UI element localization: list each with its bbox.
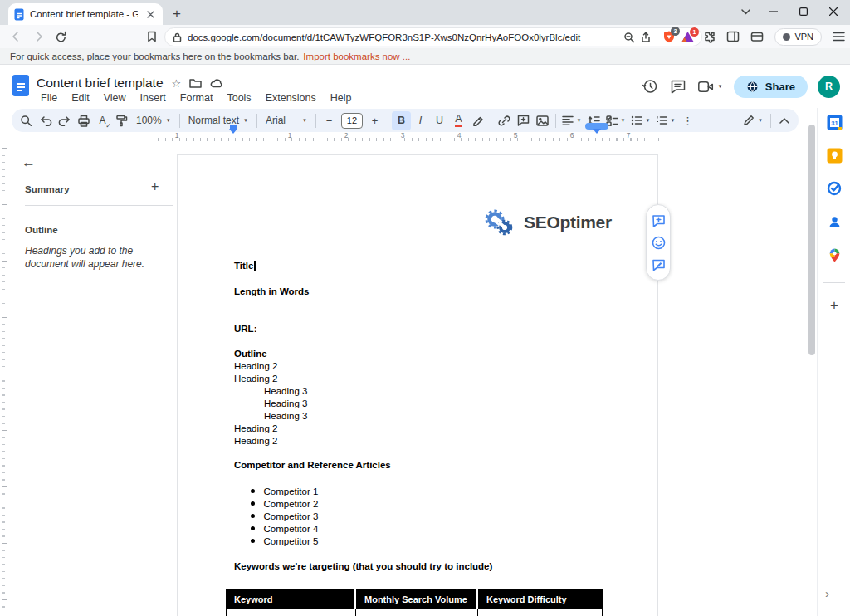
- redo-icon[interactable]: [55, 111, 74, 130]
- numbered-list-icon[interactable]: ▼: [653, 111, 678, 130]
- document-page[interactable]: SEOptimer Title Length in Words URL: Out…: [177, 154, 658, 616]
- site-lock-icon[interactable]: [172, 32, 183, 43]
- video-call-dropdown-icon[interactable]: ▼: [717, 84, 722, 89]
- table-cell[interactable]: [478, 609, 603, 616]
- menu-tools[interactable]: Tools: [221, 91, 256, 105]
- star-icon[interactable]: ☆: [172, 77, 182, 90]
- share-button[interactable]: Share: [734, 76, 808, 98]
- menu-edit[interactable]: Edit: [66, 91, 95, 105]
- close-outline-icon[interactable]: ←: [22, 154, 36, 171]
- table-cell[interactable]: [356, 609, 478, 616]
- outline-item[interactable]: Heading 3: [264, 398, 307, 409]
- cloud-status-icon[interactable]: [210, 78, 223, 88]
- wallet-icon[interactable]: [750, 30, 764, 43]
- back-button[interactable]: [7, 27, 25, 46]
- align-left-icon[interactable]: ▼: [559, 111, 584, 130]
- table-row[interactable]: [226, 609, 603, 616]
- menu-format[interactable]: Format: [174, 91, 219, 105]
- list-item[interactable]: Competitor 3: [251, 510, 318, 522]
- comments-icon[interactable]: [664, 75, 692, 98]
- window-maximize-button[interactable]: [792, 2, 815, 22]
- import-bookmarks-link[interactable]: Import bookmarks now ...: [303, 51, 410, 61]
- tasks-app-icon[interactable]: [826, 180, 843, 197]
- spellcheck-icon[interactable]: A ✓: [93, 111, 112, 130]
- insert-link-icon[interactable]: [495, 111, 514, 130]
- doc-outline-heading[interactable]: Outline: [234, 348, 267, 359]
- brave-shield-icon[interactable]: 3: [662, 30, 676, 44]
- font-select[interactable]: Arial ▼: [261, 111, 312, 130]
- print-icon[interactable]: [74, 111, 93, 130]
- outline-item[interactable]: Heading 2: [234, 360, 277, 372]
- right-indent-marker[interactable]: [593, 129, 601, 134]
- menu-file[interactable]: File: [35, 91, 63, 105]
- list-item[interactable]: Competitor 1: [251, 485, 318, 497]
- list-item[interactable]: Competitor 5: [251, 535, 318, 547]
- add-summary-button[interactable]: +: [151, 179, 159, 194]
- undo-icon[interactable]: [36, 111, 55, 130]
- browser-menu-icon[interactable]: [833, 32, 845, 42]
- outline-item[interactable]: Heading 2: [234, 435, 277, 447]
- share-page-icon[interactable]: [640, 32, 652, 43]
- menu-extensions[interactable]: Extensions: [260, 91, 322, 105]
- account-avatar[interactable]: R: [818, 76, 840, 98]
- add-comment-icon[interactable]: [652, 214, 666, 227]
- get-add-ons-button[interactable]: +: [826, 297, 843, 314]
- maps-app-icon[interactable]: [826, 247, 843, 263]
- font-size-input[interactable]: 12: [341, 113, 363, 129]
- paragraph-style-select[interactable]: Normal text ▼: [183, 111, 253, 130]
- hide-side-panel-icon[interactable]: ›: [825, 586, 829, 600]
- window-close-button[interactable]: [822, 2, 845, 22]
- font-size-decrease-button[interactable]: −: [320, 111, 339, 130]
- document-title[interactable]: Content brief template: [37, 76, 164, 90]
- highlight-color-icon[interactable]: [468, 111, 487, 130]
- collapse-toolbar-icon[interactable]: [774, 111, 794, 130]
- bold-button[interactable]: B: [392, 111, 411, 130]
- outline-item[interactable]: Heading 2: [234, 423, 277, 434]
- bookmark-page-icon[interactable]: [143, 27, 161, 46]
- more-options-icon[interactable]: ⋮: [678, 111, 697, 130]
- editing-mode-button[interactable]: ▼: [739, 111, 767, 130]
- forward-button[interactable]: [30, 27, 48, 46]
- outline-item[interactable]: Heading 3: [264, 410, 307, 422]
- document-scrollbar[interactable]: [808, 125, 815, 355]
- font-size-increase-button[interactable]: +: [365, 111, 384, 130]
- zoom-out-icon[interactable]: [623, 32, 635, 43]
- outline-item[interactable]: Heading 3: [264, 385, 307, 397]
- list-item[interactable]: Competitor 2: [251, 497, 318, 510]
- competitors-heading[interactable]: Competitor and Reference Articles: [234, 459, 391, 471]
- doc-title-field[interactable]: Title: [234, 260, 256, 271]
- version-history-icon[interactable]: [636, 75, 664, 98]
- left-indent-marker[interactable]: [229, 129, 237, 134]
- insert-image-icon[interactable]: [533, 111, 552, 130]
- url-bar[interactable]: docs.google.com/document/d/1tCAWTyzWFQFO…: [164, 27, 702, 46]
- search-menus-icon[interactable]: [17, 111, 36, 130]
- tab-search-chevron-icon[interactable]: [734, 2, 757, 22]
- zoom-select[interactable]: 100% ▼: [131, 111, 176, 130]
- bulleted-list-icon[interactable]: ▼: [628, 111, 653, 130]
- browser-tab[interactable]: Content brief template - Google D: [8, 3, 163, 25]
- suggest-edits-icon[interactable]: [652, 258, 666, 271]
- keywords-table[interactable]: Keyword Monthly Search Volume Keyword Di…: [226, 589, 603, 616]
- reload-button[interactable]: [51, 27, 70, 46]
- sidebar-toggle-icon[interactable]: [726, 30, 740, 43]
- outline-item[interactable]: Heading 2: [234, 373, 277, 384]
- contacts-app-icon[interactable]: [826, 213, 843, 230]
- content-blocker-icon[interactable]: 1: [681, 31, 695, 43]
- vpn-button[interactable]: VPN: [774, 28, 822, 46]
- keep-app-icon[interactable]: [826, 147, 843, 164]
- emoji-reaction-icon[interactable]: [652, 236, 666, 250]
- list-item[interactable]: Competitor 4: [251, 522, 318, 535]
- add-comment-icon[interactable]: [514, 111, 533, 130]
- menu-insert[interactable]: Insert: [134, 91, 172, 105]
- new-tab-button[interactable]: +: [168, 5, 186, 23]
- menu-view[interactable]: View: [98, 91, 132, 105]
- video-call-button[interactable]: ▼: [692, 75, 729, 98]
- tab-close-icon[interactable]: [144, 7, 157, 21]
- move-folder-icon[interactable]: [189, 78, 202, 88]
- docs-logo-icon[interactable]: [12, 74, 30, 97]
- menu-help[interactable]: Help: [325, 91, 358, 105]
- doc-length-field[interactable]: Length in Words: [234, 286, 310, 297]
- text-color-button[interactable]: A: [449, 111, 468, 130]
- doc-url-field[interactable]: URL:: [234, 323, 256, 335]
- extensions-puzzle-icon[interactable]: [702, 30, 716, 43]
